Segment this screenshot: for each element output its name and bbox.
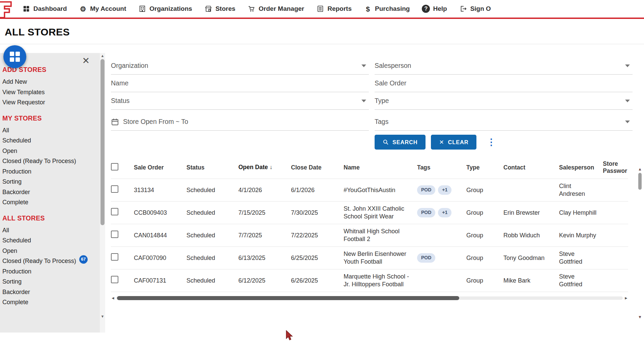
my-stores-open[interactable]: Open (2, 146, 96, 156)
col-open-date[interactable]: Open Date↓ (238, 158, 291, 179)
chevron-down-icon (625, 64, 630, 67)
cell-store-password (603, 269, 628, 292)
table-row[interactable]: CAF007090 Scheduled 6/13/2025 6/25/2025 … (111, 247, 628, 269)
all-stores-closed[interactable]: Closed (Ready To Process) 67 (2, 256, 96, 266)
sort-desc-icon: ↓ (270, 164, 273, 170)
tag-pill: POD (417, 208, 435, 217)
col-tags[interactable]: Tags (417, 158, 466, 179)
col-salesperson[interactable]: Salesperson (559, 158, 603, 179)
scroll-right-icon[interactable]: ► (624, 296, 628, 300)
row-checkbox[interactable] (111, 185, 118, 193)
name-input[interactable] (111, 75, 369, 92)
all-stores-sorting[interactable]: Sorting (2, 276, 96, 287)
type-select[interactable]: Type (375, 92, 633, 110)
nav-label: Purchasing (375, 5, 410, 12)
row-checkbox[interactable] (111, 231, 118, 238)
kebab-menu-icon[interactable]: ⋮ (487, 138, 496, 147)
nav-stores[interactable]: Stores (204, 5, 235, 13)
my-stores-complete[interactable]: Complete (2, 197, 96, 208)
row-checkbox[interactable] (111, 253, 118, 261)
cell-type: Group (466, 202, 503, 224)
sidebar-scrollbar[interactable]: ▲ ▼ (100, 53, 105, 333)
scroll-left-icon[interactable]: ◄ (111, 296, 115, 300)
my-stores-scheduled[interactable]: Scheduled (2, 135, 96, 146)
table-vertical-scrollbar[interactable]: ▲ ▼ (637, 167, 643, 319)
all-stores-production[interactable]: Production (2, 266, 96, 277)
my-stores-sorting[interactable]: Sorting (2, 177, 96, 187)
stores-menu-fab-button[interactable] (3, 45, 26, 68)
cell-open-date: 4/1/2026 (238, 179, 291, 202)
cell-name: New Berlin Eisenhower Youth Football (344, 247, 417, 269)
all-stores-complete[interactable]: Complete (2, 297, 96, 308)
dashboard-icon (22, 5, 30, 13)
sidebar-item-view-requestor[interactable]: View Requestor (2, 97, 96, 108)
clear-button-label: CLEAR (448, 139, 469, 146)
cell-status: Scheduled (186, 269, 238, 292)
col-close-date[interactable]: Close Date (291, 158, 344, 179)
my-stores-backorder[interactable]: Backorder (2, 187, 96, 197)
salesperson-select[interactable]: Salesperson (375, 57, 633, 75)
nav-order-manager[interactable]: Order Manager (247, 5, 304, 13)
close-icon[interactable]: ✕ (82, 56, 90, 65)
type-select-label: Type (375, 97, 389, 105)
nav-sign-out[interactable]: Sign O (459, 5, 491, 13)
store-open-range-input[interactable] (123, 113, 369, 130)
cell-name: Marquette High School - Jr. Hilltoppers … (344, 269, 417, 292)
tag-pill: +1 (438, 185, 451, 195)
cell-sale-order: 313134 (134, 179, 186, 202)
store-open-range-field[interactable] (111, 113, 369, 131)
my-stores-closed[interactable]: Closed (Ready To Process) (2, 156, 96, 166)
search-button[interactable]: SEARCH (375, 135, 426, 150)
clear-button[interactable]: ✕ CLEAR (431, 135, 476, 150)
col-contact[interactable]: Contact (503, 158, 559, 179)
gear-icon: ⚙ (79, 5, 87, 13)
sidebar-item-view-templates[interactable]: View Templates (2, 87, 96, 98)
scroll-up-icon[interactable]: ▲ (637, 167, 643, 172)
scroll-up-icon[interactable]: ▲ (100, 54, 105, 58)
nav-help[interactable]: ? Help (422, 5, 447, 13)
sale-order-input[interactable] (375, 75, 633, 92)
hscroll-thumb[interactable] (117, 296, 459, 300)
col-type[interactable]: Type (466, 158, 503, 179)
col-sale-order[interactable]: Sale Order (134, 158, 186, 179)
organization-select[interactable]: Organization (111, 57, 369, 75)
row-checkbox[interactable] (111, 276, 118, 283)
col-status[interactable]: Status (186, 158, 238, 179)
sidebar-item-add-new[interactable]: Add New (2, 77, 96, 87)
my-stores-production[interactable]: Production (2, 166, 96, 177)
col-store-password[interactable]: Store Passwor (603, 158, 628, 179)
dollar-icon: $ (364, 5, 372, 13)
all-stores-scheduled[interactable]: Scheduled (2, 235, 96, 246)
tags-select[interactable]: Tags (375, 113, 633, 131)
closed-count-badge: 67 (79, 255, 88, 264)
table-row[interactable]: CCB009403 Scheduled 7/15/2025 7/30/2025 … (111, 202, 628, 224)
nav-my-account[interactable]: ⚙ My Account (79, 5, 126, 13)
status-select[interactable]: Status (111, 92, 369, 110)
cell-salesperson: Steve Gottfried (559, 269, 603, 292)
select-all-checkbox[interactable] (111, 163, 118, 170)
all-stores-all[interactable]: All (2, 225, 96, 236)
nav-organizations[interactable]: Organizations (138, 5, 192, 13)
nav-purchasing[interactable]: $ Purchasing (364, 5, 410, 13)
table-horizontal-scrollbar[interactable]: ◄ ► (111, 295, 628, 301)
table-row[interactable]: CAN014844 Scheduled 7/7/2025 7/22/2025 W… (111, 224, 628, 247)
row-checkbox[interactable] (111, 208, 118, 215)
table-row[interactable]: CAF007131 Scheduled 6/12/2025 6/26/2025 … (111, 269, 628, 292)
nav-dashboard[interactable]: Dashboard (22, 5, 67, 13)
table-row[interactable]: 313134 Scheduled 4/1/2026 6/1/2026 #YouG… (111, 179, 628, 202)
cell-tags (417, 224, 466, 247)
my-stores-all[interactable]: All (2, 125, 96, 136)
all-stores-backorder[interactable]: Backorder (2, 287, 96, 297)
col-name[interactable]: Name (344, 158, 417, 179)
help-icon: ? (422, 5, 430, 13)
sidebar-scrollbar-thumb[interactable] (100, 59, 105, 225)
cell-salesperson: Clint Andresen (559, 179, 603, 202)
cart-icon (247, 5, 256, 13)
cell-store-password (603, 247, 628, 269)
scroll-down-icon[interactable]: ▼ (100, 314, 105, 318)
scroll-down-icon[interactable]: ▼ (637, 315, 643, 319)
vscroll-thumb[interactable] (638, 173, 642, 190)
nav-label: Organizations (149, 5, 192, 12)
nav-reports[interactable]: Reports (316, 5, 352, 13)
reports-icon (316, 5, 324, 13)
